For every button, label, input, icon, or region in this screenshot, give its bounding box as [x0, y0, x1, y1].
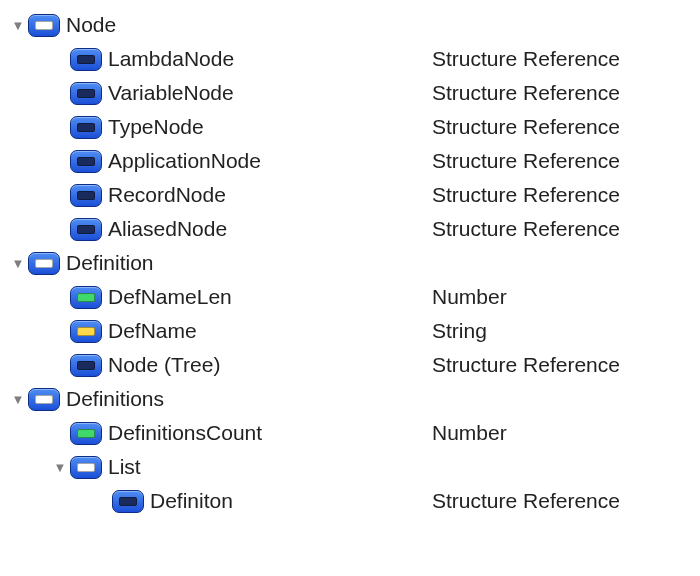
- badge-inner: [77, 429, 95, 438]
- field-name-label: DefNameLen: [108, 285, 232, 309]
- badge-inner: [119, 497, 137, 506]
- field-type-label: Structure Reference: [430, 149, 690, 173]
- field-name-label: DefinitionsCount: [108, 421, 262, 445]
- tree-row[interactable]: LambdaNodeStructure Reference: [10, 42, 690, 76]
- number-icon: [70, 286, 102, 309]
- tree-row-left: ▼Definition: [10, 251, 430, 275]
- field-name-label: TypeNode: [108, 115, 204, 139]
- disclosure-triangle-icon[interactable]: ▼: [10, 18, 26, 33]
- tree-row[interactable]: Node (Tree)Structure Reference: [10, 348, 690, 382]
- disclosure-triangle-icon[interactable]: ▼: [10, 392, 26, 407]
- number-icon: [70, 422, 102, 445]
- field-type-label: Number: [430, 421, 690, 445]
- disclosure-triangle-icon[interactable]: ▼: [10, 256, 26, 271]
- tree-row-left: DefinitionsCount: [10, 421, 430, 445]
- field-name-label: Definitions: [66, 387, 164, 411]
- tree-row[interactable]: AliasedNodeStructure Reference: [10, 212, 690, 246]
- field-type-label: Structure Reference: [430, 47, 690, 71]
- string-icon: [70, 320, 102, 343]
- struct-white-icon: [28, 252, 60, 275]
- tree-row[interactable]: ▼Node: [10, 8, 690, 42]
- struct-ref-icon: [70, 354, 102, 377]
- badge-inner: [35, 21, 53, 30]
- tree-row[interactable]: TypeNodeStructure Reference: [10, 110, 690, 144]
- badge-inner: [77, 463, 95, 472]
- field-name-label: Node: [66, 13, 116, 37]
- tree-row-left: ▼Definitions: [10, 387, 430, 411]
- struct-ref-icon: [70, 82, 102, 105]
- struct-white-icon: [70, 456, 102, 479]
- tree-row[interactable]: ApplicationNodeStructure Reference: [10, 144, 690, 178]
- struct-ref-icon: [70, 48, 102, 71]
- field-type-label: Number: [430, 285, 690, 309]
- tree-row[interactable]: DefNameLenNumber: [10, 280, 690, 314]
- badge-inner: [35, 395, 53, 404]
- tree-row[interactable]: DefinitonStructure Reference: [10, 484, 690, 518]
- tree-row-left: Definiton: [10, 489, 430, 513]
- badge-inner: [77, 55, 95, 64]
- field-name-label: RecordNode: [108, 183, 226, 207]
- struct-ref-icon: [70, 150, 102, 173]
- tree-row[interactable]: ▼Definitions: [10, 382, 690, 416]
- tree-row-left: TypeNode: [10, 115, 430, 139]
- badge-inner: [77, 225, 95, 234]
- field-name-label: Definiton: [150, 489, 233, 513]
- tree-row-left: AliasedNode: [10, 217, 430, 241]
- tree-row-left: LambdaNode: [10, 47, 430, 71]
- field-type-label: Structure Reference: [430, 81, 690, 105]
- tree-row[interactable]: DefNameString: [10, 314, 690, 348]
- badge-inner: [77, 89, 95, 98]
- field-name-label: List: [108, 455, 141, 479]
- tree-row[interactable]: ▼Definition: [10, 246, 690, 280]
- field-type-label: String: [430, 319, 690, 343]
- tree-row-left: DefName: [10, 319, 430, 343]
- field-name-label: Node (Tree): [108, 353, 220, 377]
- field-name-label: DefName: [108, 319, 197, 343]
- tree-row-left: VariableNode: [10, 81, 430, 105]
- struct-ref-icon: [70, 218, 102, 241]
- struct-white-icon: [28, 388, 60, 411]
- tree-row[interactable]: RecordNodeStructure Reference: [10, 178, 690, 212]
- badge-inner: [77, 157, 95, 166]
- badge-inner: [35, 259, 53, 268]
- badge-inner: [77, 361, 95, 370]
- struct-ref-icon: [112, 490, 144, 513]
- struct-white-icon: [28, 14, 60, 37]
- tree-row[interactable]: DefinitionsCountNumber: [10, 416, 690, 450]
- structure-tree: ▼NodeLambdaNodeStructure ReferenceVariab…: [10, 8, 690, 518]
- tree-row-left: ▼List: [10, 455, 430, 479]
- field-name-label: VariableNode: [108, 81, 234, 105]
- field-type-label: Structure Reference: [430, 489, 690, 513]
- tree-row-left: Node (Tree): [10, 353, 430, 377]
- badge-inner: [77, 327, 95, 336]
- field-type-label: Structure Reference: [430, 183, 690, 207]
- field-type-label: Structure Reference: [430, 217, 690, 241]
- tree-row[interactable]: VariableNodeStructure Reference: [10, 76, 690, 110]
- tree-row[interactable]: ▼List: [10, 450, 690, 484]
- field-name-label: AliasedNode: [108, 217, 227, 241]
- disclosure-triangle-icon[interactable]: ▼: [52, 460, 68, 475]
- tree-row-left: DefNameLen: [10, 285, 430, 309]
- badge-inner: [77, 293, 95, 302]
- struct-ref-icon: [70, 184, 102, 207]
- field-type-label: Structure Reference: [430, 353, 690, 377]
- field-name-label: LambdaNode: [108, 47, 234, 71]
- field-name-label: ApplicationNode: [108, 149, 261, 173]
- field-type-label: Structure Reference: [430, 115, 690, 139]
- tree-row-left: ApplicationNode: [10, 149, 430, 173]
- field-name-label: Definition: [66, 251, 154, 275]
- struct-ref-icon: [70, 116, 102, 139]
- tree-row-left: ▼Node: [10, 13, 430, 37]
- tree-row-left: RecordNode: [10, 183, 430, 207]
- badge-inner: [77, 123, 95, 132]
- badge-inner: [77, 191, 95, 200]
